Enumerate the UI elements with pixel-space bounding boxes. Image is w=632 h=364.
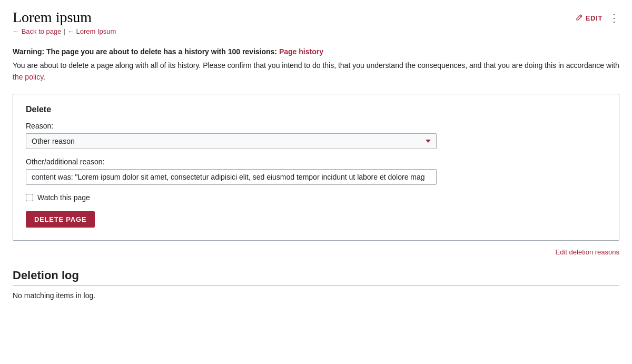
back-arrow2-icon: ←	[67, 27, 74, 35]
more-options-icon[interactable]: ⋮	[609, 13, 619, 23]
back-to-page-link[interactable]: ← Back to page	[13, 27, 62, 35]
watch-row: Watch this page	[26, 193, 606, 202]
policy-link[interactable]: the policy	[13, 73, 43, 81]
edit-deletion-reasons-link[interactable]: Edit deletion reasons	[556, 248, 619, 256]
pencil-icon	[576, 14, 583, 23]
reason-label: Reason:	[26, 122, 606, 130]
reason-select[interactable]: Author request Content was vandalism Dup…	[26, 133, 437, 149]
breadcrumb: ← Back to page | ← Lorem Ipsum	[13, 27, 116, 35]
other-reason-label: Other/additional reason:	[26, 158, 606, 166]
watch-label: Watch this page	[37, 193, 90, 202]
warning-box: Warning: The page you are about to delet…	[13, 46, 619, 83]
back-arrow-icon: ←	[13, 27, 19, 35]
breadcrumb-separator: |	[64, 27, 65, 35]
watch-checkbox[interactable]	[26, 194, 33, 201]
edit-button[interactable]: EDIT	[576, 14, 603, 23]
page-title: Lorem ipsum	[13, 8, 116, 26]
edit-deletion-reasons-row: Edit deletion reasons	[13, 248, 619, 256]
warning-body: You are about to delete a page along wit…	[13, 60, 619, 83]
delete-form-container: Delete Reason: Author request Content wa…	[13, 94, 619, 241]
delete-form-title: Delete	[26, 105, 606, 114]
deletion-log-empty: No matching items in log.	[13, 291, 619, 300]
warning-title: Warning: The page you are about to delet…	[13, 47, 277, 56]
deletion-log-title: Deletion log	[13, 269, 619, 286]
lorem-ipsum-link[interactable]: ← Lorem Ipsum	[67, 27, 116, 35]
deletion-log-section: Deletion log No matching items in log.	[13, 269, 619, 300]
edit-label: EDIT	[586, 14, 603, 22]
other-reason-input[interactable]	[26, 169, 437, 185]
delete-page-button[interactable]: DELETE PAGE	[26, 211, 95, 228]
page-history-link[interactable]: Page history	[279, 47, 323, 56]
